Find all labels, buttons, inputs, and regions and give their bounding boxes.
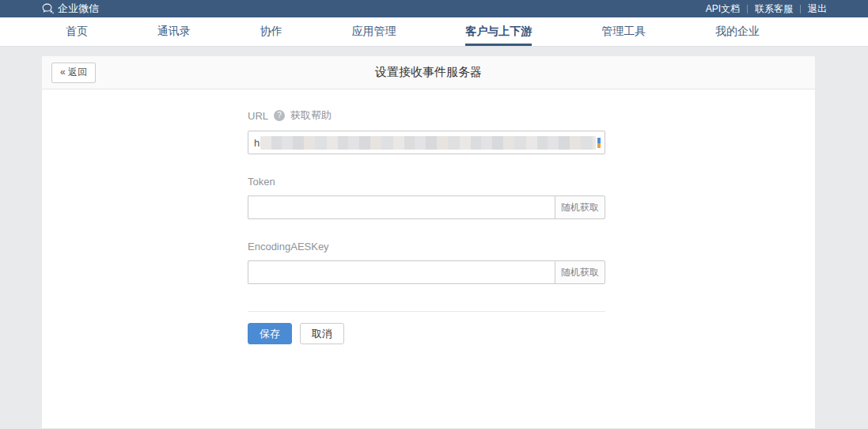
url-value-tail (597, 138, 601, 148)
separator (747, 5, 748, 13)
token-label-row: Token (248, 176, 605, 188)
main-navbar: 首页 通讯录 协作 应用管理 客户与上下游 管理工具 我的企业 (0, 17, 868, 47)
url-label-row: URL ? 获取帮助 (248, 108, 605, 123)
aeskey-field-group: EncodingAESKey 随机获取 (248, 241, 605, 284)
aeskey-random-button[interactable]: 随机获取 (555, 260, 605, 284)
nav-tab-contacts[interactable]: 通讯录 (157, 17, 191, 46)
nav-tab-my-company[interactable]: 我的企业 (715, 17, 760, 46)
token-field-group: Token 随机获取 (248, 176, 605, 219)
card-body: URL ? 获取帮助 h Token (42, 89, 815, 344)
logout-link[interactable]: 退出 (808, 2, 827, 16)
server-settings-form: URL ? 获取帮助 h Token (248, 108, 605, 344)
url-value-prefix: h (254, 137, 260, 149)
contact-support-link[interactable]: 联系客服 (755, 2, 793, 16)
nav-tab-collaboration[interactable]: 协作 (260, 17, 282, 46)
card-header: « 返回 设置接收事件服务器 (42, 56, 815, 89)
brand-label: 企业微信 (58, 2, 99, 16)
token-random-button[interactable]: 随机获取 (555, 196, 605, 219)
help-icon[interactable]: ? (274, 110, 285, 121)
nav-tab-home[interactable]: 首页 (66, 17, 88, 46)
form-divider (248, 311, 605, 312)
aeskey-label-row: EncodingAESKey (248, 241, 605, 252)
url-redacted-value (260, 136, 596, 150)
topbar: 企业微信 API文档 联系客服 退出 (0, 0, 868, 17)
url-field-group: URL ? 获取帮助 h (248, 108, 605, 154)
url-label: URL (248, 110, 268, 122)
cancel-button[interactable]: 取消 (300, 323, 344, 344)
url-input[interactable]: h (248, 131, 605, 154)
topbar-links: API文档 联系客服 退出 (706, 0, 827, 17)
save-button[interactable]: 保存 (248, 323, 292, 344)
separator (800, 5, 801, 13)
token-label: Token (248, 176, 275, 188)
page-background: « 返回 设置接收事件服务器 URL ? 获取帮助 h (0, 47, 868, 428)
wework-logo-icon (42, 3, 54, 14)
token-input[interactable] (248, 196, 555, 219)
back-button[interactable]: « 返回 (51, 63, 96, 83)
aeskey-input[interactable] (248, 260, 555, 284)
aeskey-label: EncodingAESKey (248, 241, 329, 252)
nav-tab-app-management[interactable]: 应用管理 (351, 17, 396, 46)
brand: 企业微信 (42, 2, 99, 16)
nav-tab-customers[interactable]: 客户与上下游 (465, 17, 532, 46)
nav-tab-admin-tools[interactable]: 管理工具 (601, 17, 646, 46)
form-actions: 保存 取消 (248, 323, 605, 344)
api-docs-link[interactable]: API文档 (706, 2, 740, 16)
settings-card: « 返回 设置接收事件服务器 URL ? 获取帮助 h (42, 56, 815, 428)
page-title: 设置接收事件服务器 (42, 65, 815, 80)
get-help-link[interactable]: 获取帮助 (290, 108, 332, 123)
